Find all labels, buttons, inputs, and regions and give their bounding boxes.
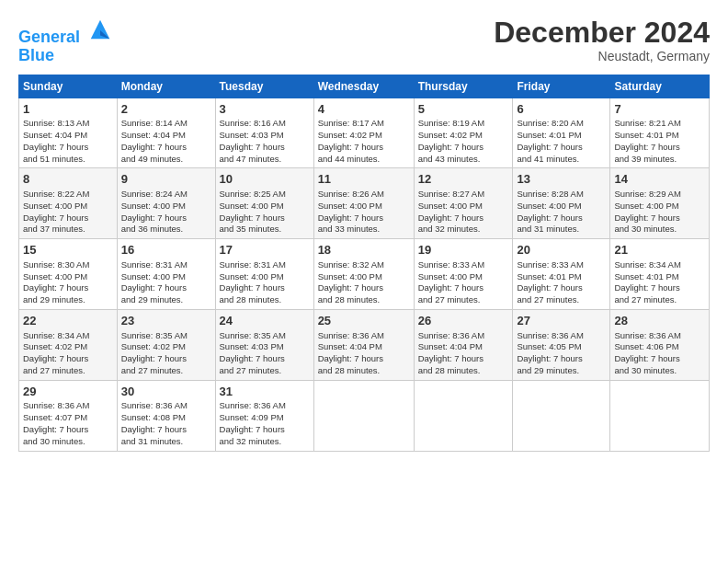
day-info: Sunrise: 8:36 AM Sunset: 4:08 PM Dayligh… — [121, 400, 211, 447]
calendar-cell: 18Sunrise: 8:32 AM Sunset: 4:00 PM Dayli… — [313, 239, 414, 310]
calendar-cell: 22Sunrise: 8:34 AM Sunset: 4:02 PM Dayli… — [19, 309, 118, 380]
day-info: Sunrise: 8:31 AM Sunset: 4:00 PM Dayligh… — [220, 259, 310, 306]
day-number: 4 — [318, 101, 410, 118]
calendar-cell: 19Sunrise: 8:33 AM Sunset: 4:00 PM Dayli… — [414, 239, 513, 310]
calendar-cell: 15Sunrise: 8:30 AM Sunset: 4:00 PM Dayli… — [19, 239, 118, 310]
calendar-cell: 23Sunrise: 8:35 AM Sunset: 4:02 PM Dayli… — [117, 309, 215, 380]
page-header: General Blue December 2024 Neustadt, Ger… — [18, 17, 710, 65]
calendar-cell: 2Sunrise: 8:14 AM Sunset: 4:04 PM Daylig… — [117, 98, 215, 168]
day-number: 6 — [517, 101, 606, 118]
day-number: 12 — [418, 171, 509, 188]
day-info: Sunrise: 8:31 AM Sunset: 4:00 PM Dayligh… — [121, 259, 211, 306]
calendar-week-2: 8Sunrise: 8:22 AM Sunset: 4:00 PM Daylig… — [19, 168, 710, 239]
calendar-week-3: 15Sunrise: 8:30 AM Sunset: 4:00 PM Dayli… — [19, 239, 710, 310]
calendar-cell: 13Sunrise: 8:28 AM Sunset: 4:00 PM Dayli… — [513, 168, 610, 239]
calendar-cell: 26Sunrise: 8:36 AM Sunset: 4:04 PM Dayli… — [414, 309, 513, 380]
day-number: 23 — [121, 313, 211, 329]
calendar-cell: 7Sunrise: 8:21 AM Sunset: 4:01 PM Daylig… — [610, 98, 710, 168]
day-info: Sunrise: 8:19 AM Sunset: 4:02 PM Dayligh… — [418, 118, 509, 165]
header-day-thursday: Thursday — [414, 75, 513, 98]
calendar-cell: 24Sunrise: 8:35 AM Sunset: 4:03 PM Dayli… — [215, 309, 313, 380]
day-info: Sunrise: 8:34 AM Sunset: 4:02 PM Dayligh… — [23, 330, 113, 377]
day-info: Sunrise: 8:35 AM Sunset: 4:02 PM Dayligh… — [121, 330, 211, 377]
day-number: 3 — [220, 101, 310, 118]
day-info: Sunrise: 8:22 AM Sunset: 4:00 PM Dayligh… — [23, 189, 113, 236]
day-info: Sunrise: 8:14 AM Sunset: 4:04 PM Dayligh… — [121, 118, 211, 165]
logo-general: General — [18, 28, 80, 46]
calendar-cell: 17Sunrise: 8:31 AM Sunset: 4:00 PM Dayli… — [215, 239, 313, 310]
header-day-monday: Monday — [117, 75, 215, 98]
day-info: Sunrise: 8:17 AM Sunset: 4:02 PM Dayligh… — [318, 118, 410, 165]
location-subtitle: Neustadt, Germany — [494, 49, 710, 63]
day-number: 1 — [23, 101, 113, 118]
calendar-cell: 28Sunrise: 8:36 AM Sunset: 4:06 PM Dayli… — [610, 309, 710, 380]
calendar-cell: 16Sunrise: 8:31 AM Sunset: 4:00 PM Dayli… — [117, 239, 215, 310]
day-info: Sunrise: 8:26 AM Sunset: 4:00 PM Dayligh… — [318, 189, 410, 236]
logo-blue: Blue — [18, 47, 113, 65]
day-number: 13 — [517, 171, 606, 188]
calendar-cell: 8Sunrise: 8:22 AM Sunset: 4:00 PM Daylig… — [19, 168, 118, 239]
calendar-table: SundayMondayTuesdayWednesdayThursdayFrid… — [18, 75, 710, 452]
calendar-cell: 21Sunrise: 8:34 AM Sunset: 4:01 PM Dayli… — [610, 239, 710, 310]
day-number: 31 — [220, 384, 310, 400]
day-number: 7 — [614, 101, 705, 118]
day-number: 15 — [23, 242, 113, 259]
svg-marker-0 — [91, 20, 110, 40]
day-number: 14 — [614, 171, 705, 188]
day-info: Sunrise: 8:21 AM Sunset: 4:01 PM Dayligh… — [614, 118, 705, 165]
day-info: Sunrise: 8:24 AM Sunset: 4:00 PM Dayligh… — [121, 189, 211, 236]
calendar-cell: 4Sunrise: 8:17 AM Sunset: 4:02 PM Daylig… — [313, 98, 414, 168]
day-info: Sunrise: 8:36 AM Sunset: 4:06 PM Dayligh… — [614, 330, 705, 377]
day-info: Sunrise: 8:27 AM Sunset: 4:00 PM Dayligh… — [418, 189, 509, 236]
calendar-cell: 11Sunrise: 8:26 AM Sunset: 4:00 PM Dayli… — [313, 168, 414, 239]
calendar-cell — [313, 380, 414, 451]
calendar-cell: 3Sunrise: 8:16 AM Sunset: 4:03 PM Daylig… — [215, 98, 313, 168]
day-number: 20 — [517, 242, 606, 259]
day-info: Sunrise: 8:20 AM Sunset: 4:01 PM Dayligh… — [517, 118, 606, 165]
header-day-friday: Friday — [513, 75, 610, 98]
header-day-saturday: Saturday — [610, 75, 710, 98]
calendar-cell: 31Sunrise: 8:36 AM Sunset: 4:09 PM Dayli… — [215, 380, 313, 451]
day-info: Sunrise: 8:34 AM Sunset: 4:01 PM Dayligh… — [614, 259, 705, 306]
day-number: 26 — [418, 313, 509, 329]
day-info: Sunrise: 8:13 AM Sunset: 4:04 PM Dayligh… — [23, 118, 113, 165]
logo-text: General — [18, 17, 113, 47]
day-number: 17 — [220, 242, 310, 259]
title-block: December 2024 Neustadt, Germany — [494, 17, 710, 63]
calendar-week-4: 22Sunrise: 8:34 AM Sunset: 4:02 PM Dayli… — [19, 309, 710, 380]
calendar-header-row: SundayMondayTuesdayWednesdayThursdayFrid… — [19, 75, 710, 98]
day-number: 2 — [121, 101, 211, 118]
day-info: Sunrise: 8:16 AM Sunset: 4:03 PM Dayligh… — [220, 118, 310, 165]
logo-icon — [87, 17, 113, 42]
calendar-cell: 27Sunrise: 8:36 AM Sunset: 4:05 PM Dayli… — [513, 309, 610, 380]
day-number: 11 — [318, 171, 410, 188]
header-day-tuesday: Tuesday — [215, 75, 313, 98]
day-number: 21 — [614, 242, 705, 259]
calendar-cell — [513, 380, 610, 451]
day-info: Sunrise: 8:30 AM Sunset: 4:00 PM Dayligh… — [23, 259, 113, 306]
calendar-cell: 29Sunrise: 8:36 AM Sunset: 4:07 PM Dayli… — [19, 380, 118, 451]
calendar-cell: 20Sunrise: 8:33 AM Sunset: 4:01 PM Dayli… — [513, 239, 610, 310]
day-info: Sunrise: 8:29 AM Sunset: 4:00 PM Dayligh… — [614, 189, 705, 236]
day-info: Sunrise: 8:36 AM Sunset: 4:09 PM Dayligh… — [220, 400, 310, 447]
day-number: 22 — [23, 313, 113, 329]
day-number: 5 — [418, 101, 509, 118]
day-info: Sunrise: 8:36 AM Sunset: 4:07 PM Dayligh… — [23, 400, 113, 447]
day-number: 28 — [614, 313, 705, 329]
day-number: 16 — [121, 242, 211, 259]
calendar-week-1: 1Sunrise: 8:13 AM Sunset: 4:04 PM Daylig… — [19, 98, 710, 168]
calendar-cell: 6Sunrise: 8:20 AM Sunset: 4:01 PM Daylig… — [513, 98, 610, 168]
calendar-body: 1Sunrise: 8:13 AM Sunset: 4:04 PM Daylig… — [19, 98, 710, 451]
calendar-cell — [610, 380, 710, 451]
header-day-sunday: Sunday — [19, 75, 118, 98]
day-number: 18 — [318, 242, 410, 259]
day-info: Sunrise: 8:32 AM Sunset: 4:00 PM Dayligh… — [318, 259, 410, 306]
page-container: General Blue December 2024 Neustadt, Ger… — [0, 0, 728, 463]
day-number: 9 — [121, 171, 211, 188]
calendar-cell — [414, 380, 513, 451]
calendar-cell: 14Sunrise: 8:29 AM Sunset: 4:00 PM Dayli… — [610, 168, 710, 239]
day-number: 19 — [418, 242, 509, 259]
day-info: Sunrise: 8:35 AM Sunset: 4:03 PM Dayligh… — [220, 330, 310, 377]
day-info: Sunrise: 8:36 AM Sunset: 4:04 PM Dayligh… — [418, 330, 509, 377]
day-info: Sunrise: 8:28 AM Sunset: 4:00 PM Dayligh… — [517, 189, 606, 236]
